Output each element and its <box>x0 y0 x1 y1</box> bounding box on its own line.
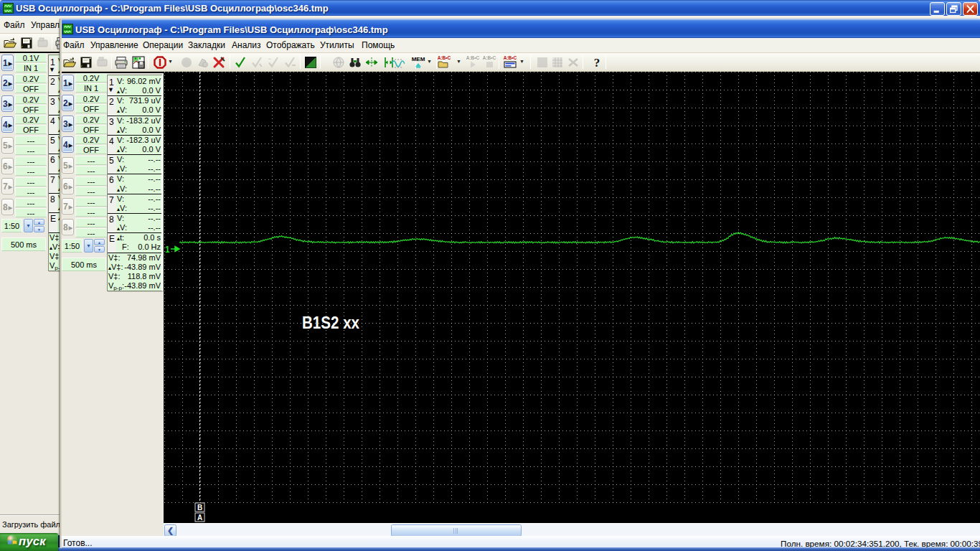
svg-text:A:B•C: A:B•C <box>466 55 480 60</box>
svg-text:A: A <box>197 514 202 522</box>
svg-text:A:B•C: A:B•C <box>504 55 517 60</box>
svg-text:B1S2 xx: B1S2 xx <box>302 314 359 332</box>
svg-text:?: ? <box>594 56 600 70</box>
svg-text:A:B•C: A:B•C <box>438 55 451 60</box>
svg-text:MEM: MEM <box>412 56 425 62</box>
svg-text:B: B <box>197 504 202 512</box>
svg-text:1: 1 <box>165 245 170 255</box>
svg-text:A:B•C: A:B•C <box>483 55 496 60</box>
